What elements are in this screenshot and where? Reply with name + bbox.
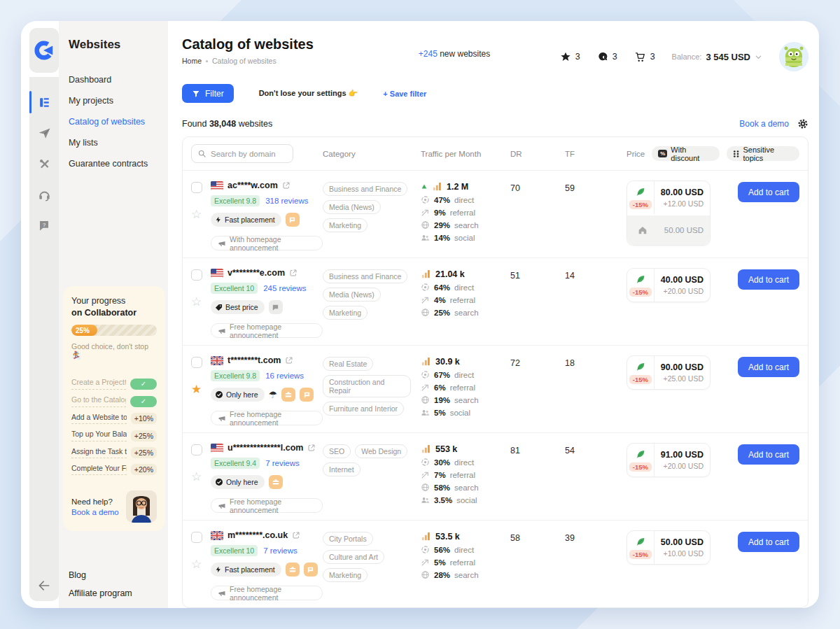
balance-dropdown[interactable]: Balance: 3 545 USD [672, 52, 762, 62]
star-icon [560, 51, 571, 62]
sidebar-item-dashboard[interactable]: Dashboard [69, 73, 168, 87]
row-checkbox[interactable] [191, 182, 202, 193]
rail-item-faq[interactable]: ? [29, 210, 59, 241]
book-demo-link-main[interactable]: Book a demo [739, 119, 789, 129]
chat-badge-icon [286, 213, 300, 227]
price-discount-block: -15% [627, 269, 654, 302]
reviews-link[interactable]: 7 reviews [265, 459, 300, 467]
category-pill: Marketing [323, 568, 368, 582]
row-checkbox[interactable] [191, 269, 202, 281]
save-filter-button[interactable]: + Save filter [383, 90, 426, 98]
sidebar-item-my-lists[interactable]: My lists [69, 136, 168, 150]
row-checkbox[interactable] [191, 444, 202, 455]
price-main-value: 91.00 USD [661, 450, 704, 460]
sidebar-item-my-projects[interactable]: My projects [69, 94, 168, 108]
progress-item: Go to the Catalog🧭✓ [71, 395, 157, 407]
book-demo-link[interactable]: Book a demo [71, 508, 119, 516]
reviews-link[interactable]: 16 reviews [265, 372, 304, 380]
homepage-announcement-badge: Free homepage announcement [211, 586, 323, 600]
add-to-cart-button[interactable]: Add to cart [738, 269, 799, 290]
add-to-cart-button[interactable]: Add to cart [738, 444, 799, 465]
collapse-sidebar-button[interactable] [29, 570, 59, 601]
domain-link[interactable]: u**************l.com [227, 443, 303, 453]
tag-icon [215, 304, 223, 311]
add-to-cart-button[interactable]: Add to cart [738, 182, 799, 202]
search-icon [197, 149, 206, 158]
cart-counter[interactable]: 3 [634, 51, 655, 63]
new-websites-counter: +245 new websites [419, 49, 490, 59]
results-count-text: Found 38,048 websites [182, 119, 272, 129]
search-box[interactable] [191, 144, 293, 163]
gb-icon [211, 531, 223, 540]
site-badges-line: Best price [211, 300, 323, 314]
breadcrumb-current: Catalog of websites [212, 57, 276, 65]
chat-badge-icon [304, 563, 318, 577]
rail-item-support[interactable] [29, 179, 59, 210]
favorite-star-icon[interactable]: ☆ [191, 558, 202, 570]
messages-counter[interactable]: 3 [597, 51, 617, 62]
add-to-cart-button[interactable]: Add to cart [738, 357, 799, 377]
favorite-star-icon[interactable]: ☆ [191, 471, 202, 483]
with-discount-toggle[interactable]: % With discount [652, 146, 720, 161]
filter-button[interactable]: Filter [182, 84, 234, 103]
reviews-link[interactable]: 7 reviews [263, 546, 298, 555]
referral-icon [421, 470, 430, 479]
search-input[interactable] [211, 150, 284, 158]
price-main-row: -15%40.00 USD+20.00 USD [627, 269, 710, 302]
sensitive-topics-toggle[interactable]: Sensitive topics [727, 146, 799, 161]
sidebar-item-guarantee-contracts[interactable]: Guarantee contracts [69, 157, 168, 171]
table-row: ☆m********.co.ukExcellent 107 reviewsFas… [183, 521, 808, 607]
domain-link[interactable]: ac****w.com [227, 181, 278, 190]
table-row: ★t********t.comExcellent 9.816 reviewsOn… [183, 346, 808, 433]
chat-badge-icon [269, 300, 283, 314]
rail-item-tools[interactable] [29, 148, 59, 179]
domain-link[interactable]: v********e.com [227, 268, 285, 278]
referral-icon [421, 208, 430, 217]
table-row: ☆u**************l.comExcellent 9.47 revi… [183, 433, 808, 521]
websites-table: Category Traffic per Month DR TF Price %… [182, 136, 808, 608]
discount-badge: -15% [629, 462, 652, 472]
user-avatar[interactable] [779, 42, 808, 71]
gear-icon[interactable] [797, 118, 808, 129]
favorite-star-icon[interactable]: ★ [191, 383, 202, 395]
external-icon [307, 444, 316, 452]
favorite-star-icon[interactable]: ☆ [191, 209, 202, 220]
row-select-cell: ☆ [191, 530, 211, 570]
sidebar-link-blog[interactable]: Blog [69, 570, 168, 580]
row-checkbox[interactable] [191, 532, 202, 543]
price-cell: -15%90.00 USD+25.00 USD [626, 355, 732, 390]
reviews-link[interactable]: 245 reviews [263, 284, 306, 292]
reviews-link[interactable]: 318 reviews [265, 197, 308, 205]
sidebar-item-catalog-of-websites[interactable]: Catalog of websites [69, 115, 168, 129]
external-icon [292, 531, 300, 539]
price-cell: -15%91.00 USD+20.00 USD [626, 443, 732, 477]
sidebar-link-affiliate-program[interactable]: Affiliate program [69, 588, 168, 598]
search-icon [421, 483, 430, 492]
price-main-value: 80.00 USD [661, 188, 704, 197]
price-extra-value: +25.00 USD [664, 374, 704, 383]
collaborator-logo[interactable] [29, 28, 59, 73]
sidebar-title: Websites [59, 21, 168, 73]
progress-bar: 25% [71, 325, 157, 336]
price-cell: -15%50.00 USD+10.00 USD [626, 530, 732, 565]
bars-icon [421, 356, 431, 367]
domain-link[interactable]: t********t.com [227, 355, 281, 365]
row-select-cell: ☆ [191, 443, 211, 483]
price-main-row: -15%80.00 USD+12.00 USD [627, 181, 710, 214]
rating-badge: Excellent 10 [211, 545, 258, 556]
rail-item-websites[interactable] [29, 87, 59, 118]
add-to-cart-button[interactable]: Add to cart [738, 532, 799, 552]
row-checkbox[interactable] [191, 357, 202, 368]
breadcrumb-home[interactable]: Home [182, 57, 202, 65]
progress-caption: Good choice, don't stop🏂 [71, 342, 157, 360]
favorites-counter[interactable]: 3 [560, 51, 580, 62]
favorite-star-icon[interactable]: ☆ [191, 296, 202, 308]
action-cell: Add to cart [732, 355, 799, 377]
rail-item-outreach[interactable] [29, 118, 59, 148]
discount-badge: -15% [629, 288, 652, 297]
check-icon [215, 390, 223, 399]
site-cell: t********t.comExcellent 9.816 reviewsOnl… [211, 355, 323, 425]
domain-link[interactable]: m********.co.uk [227, 530, 288, 540]
traffic-search: 25%search [421, 308, 510, 317]
price-main-value: 50.00 USD [661, 537, 704, 547]
